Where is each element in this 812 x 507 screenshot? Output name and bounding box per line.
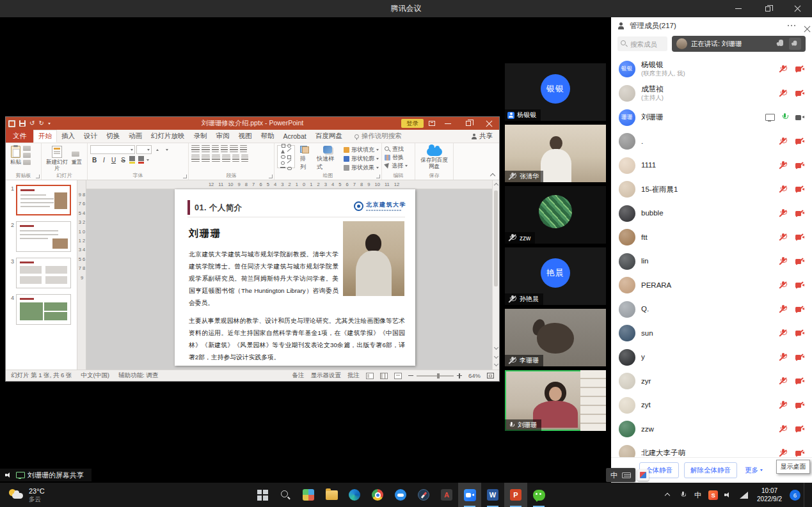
member-row[interactable]: ftt bbox=[611, 226, 812, 250]
mic-muted-icon[interactable] bbox=[778, 281, 788, 290]
camera-off-icon[interactable] bbox=[795, 281, 804, 290]
camera-off-icon[interactable] bbox=[795, 329, 804, 338]
member-row[interactable]: 北建大李子萌 bbox=[611, 441, 812, 457]
tab-slideshow[interactable]: 幻灯片放映 bbox=[147, 130, 189, 143]
drawing-dialog-launcher[interactable] bbox=[376, 175, 380, 178]
mic-muted-icon[interactable] bbox=[778, 329, 788, 338]
camera-off-icon[interactable] bbox=[795, 257, 804, 266]
ime-toolbar[interactable]: 中 bbox=[606, 468, 649, 482]
ppt-login-button[interactable]: 登录 bbox=[401, 119, 424, 128]
photos-app-button[interactable] bbox=[297, 483, 320, 507]
tab-acrobat[interactable]: Acrobat bbox=[279, 130, 311, 143]
mic-muted-icon[interactable] bbox=[778, 353, 788, 362]
ppt-close-button[interactable] bbox=[481, 117, 497, 130]
zoom-in-icon[interactable] bbox=[457, 373, 462, 378]
smartart-convert-icon[interactable] bbox=[241, 155, 248, 162]
tray-ime-button[interactable]: 中 bbox=[690, 483, 705, 507]
bold-button[interactable]: B bbox=[90, 157, 99, 164]
acrobat-button[interactable]: A bbox=[435, 483, 458, 507]
tab-file[interactable]: 文件 bbox=[6, 130, 33, 143]
shapes-gallery[interactable] bbox=[277, 145, 295, 168]
weather-widget[interactable]: 23°C 多云 bbox=[0, 483, 54, 507]
restore-button[interactable] bbox=[753, 0, 783, 17]
scroll-down-icon[interactable] bbox=[494, 346, 498, 350]
member-search-box[interactable] bbox=[617, 36, 667, 51]
shape-fill-button[interactable]: 形状填充 bbox=[344, 146, 379, 154]
screen-sharing-icon[interactable] bbox=[765, 114, 774, 121]
slide-thumbnail-panel[interactable]: 1 2 bbox=[6, 180, 77, 370]
arrange-button[interactable]: 排列 bbox=[298, 145, 312, 172]
highlight-color-button[interactable] bbox=[129, 156, 136, 164]
font-color-dropdown-icon[interactable] bbox=[147, 159, 149, 161]
member-list[interactable]: 银银 杨银银(联席主持人, 我) 成慧祯(主持人) 珊珊 刘珊珊 bbox=[611, 57, 812, 457]
previous-slide-icon[interactable] bbox=[494, 355, 498, 359]
paste-button[interactable]: 粘贴 bbox=[8, 145, 23, 166]
search-input[interactable] bbox=[630, 40, 664, 48]
quick-access-dropdown-icon[interactable] bbox=[48, 123, 51, 125]
paragraph-dialog-launcher[interactable] bbox=[269, 175, 273, 178]
ime-mode-indicator[interactable]: 中 bbox=[610, 471, 617, 480]
notes-button[interactable]: 备注 bbox=[292, 371, 304, 380]
tab-home[interactable]: 开始 bbox=[33, 130, 57, 143]
member-row[interactable]: zyr bbox=[611, 370, 812, 394]
increase-font-icon[interactable] bbox=[153, 146, 161, 154]
tab-insert[interactable]: 插入 bbox=[57, 130, 79, 143]
ppt-minimize-button[interactable] bbox=[440, 117, 456, 130]
italic-button[interactable]: I bbox=[100, 157, 108, 164]
member-row[interactable]: 成慧祯(主持人) bbox=[611, 81, 812, 105]
slide-thumbnail-4[interactable]: 4 bbox=[7, 294, 74, 325]
ppt-share-button[interactable]: 共享 bbox=[472, 130, 493, 143]
slide-paragraph-2[interactable]: 主要从事景观园林的教学、设计和历史与理论研究。尤其关注绘画图像等艺术资料的运用。… bbox=[189, 315, 405, 363]
minimize-button[interactable] bbox=[724, 0, 753, 17]
tab-transitions[interactable]: 切换 bbox=[102, 130, 124, 143]
layout-icon[interactable] bbox=[72, 152, 79, 157]
mic-muted-icon[interactable] bbox=[778, 257, 788, 266]
wechat-button[interactable] bbox=[527, 483, 550, 507]
slide-sorter-view-icon[interactable] bbox=[380, 373, 388, 379]
cut-icon[interactable] bbox=[23, 146, 31, 151]
tab-help[interactable]: 帮助 bbox=[257, 130, 279, 143]
member-row[interactable]: 银银 杨银银(联席主持人, 我) bbox=[611, 57, 812, 81]
decrease-indent-icon[interactable] bbox=[212, 145, 219, 152]
shape-outline-button[interactable]: 形状轮廓 bbox=[344, 155, 379, 163]
show-desktop-strip[interactable] bbox=[804, 483, 807, 507]
font-name-combobox[interactable] bbox=[90, 145, 135, 154]
redo-icon[interactable]: ↻ bbox=[38, 120, 44, 127]
mic-muted-icon[interactable] bbox=[778, 161, 788, 170]
shape-effects-button[interactable]: 形状效果 bbox=[344, 164, 379, 172]
member-row[interactable]: zzw bbox=[611, 417, 812, 442]
tab-baidu-pan[interactable]: 百度网盘 bbox=[311, 130, 347, 143]
camera-off-icon[interactable] bbox=[795, 65, 804, 74]
camera-off-icon[interactable] bbox=[795, 305, 804, 314]
keyboard-icon[interactable] bbox=[622, 472, 631, 478]
member-row[interactable]: zyt bbox=[611, 393, 812, 417]
raise-hand-icon[interactable] bbox=[777, 40, 785, 49]
copy-icon[interactable] bbox=[23, 153, 31, 158]
font-color-button[interactable] bbox=[138, 156, 145, 164]
decrease-font-icon[interactable] bbox=[163, 146, 171, 154]
save-to-baidu-pan-button[interactable]: 保存到百度网盘 bbox=[418, 145, 450, 171]
format-painter-icon[interactable] bbox=[23, 160, 31, 165]
tab-view[interactable]: 视图 bbox=[234, 130, 257, 143]
mic-muted-icon[interactable] bbox=[778, 377, 788, 386]
reading-view-icon[interactable] bbox=[394, 373, 402, 379]
editor-scrollbar[interactable] bbox=[492, 180, 499, 370]
member-row[interactable]: PERARA bbox=[611, 274, 812, 298]
video-tile-liushanshan[interactable]: 刘珊珊 bbox=[505, 370, 606, 431]
camera-off-icon[interactable] bbox=[795, 353, 804, 362]
video-tile-lishanshan[interactable]: 李珊珊 bbox=[505, 309, 606, 366]
mic-muted-icon[interactable] bbox=[778, 89, 788, 98]
align-center-icon[interactable] bbox=[202, 155, 210, 162]
video-tile-sunyanchen[interactable]: 艳晨 孙艳晨 bbox=[505, 247, 606, 305]
more-button[interactable]: 更多 bbox=[745, 466, 763, 475]
mic-muted-icon[interactable] bbox=[778, 65, 788, 74]
font-size-combobox[interactable] bbox=[136, 145, 152, 154]
underline-button[interactable]: U bbox=[109, 157, 118, 164]
slide-paragraph-1[interactable]: 北京建筑大学建筑与城市规划学院副教授。清华大学建筑学院博士。曾任同济大学建筑与城… bbox=[189, 248, 338, 309]
text-direction-icon[interactable] bbox=[240, 145, 247, 152]
ime-toolbox-icon[interactable] bbox=[637, 469, 649, 481]
camera-off-icon[interactable] bbox=[795, 233, 804, 242]
mic-muted-icon[interactable] bbox=[778, 305, 788, 314]
slide-thumbnail-2[interactable]: 2 bbox=[7, 221, 74, 252]
slide-editor-area[interactable]: 9 8 7 6 5 4 3 2 1 0 1 2 3 4 5 6 7 8 9 12… bbox=[77, 180, 499, 370]
